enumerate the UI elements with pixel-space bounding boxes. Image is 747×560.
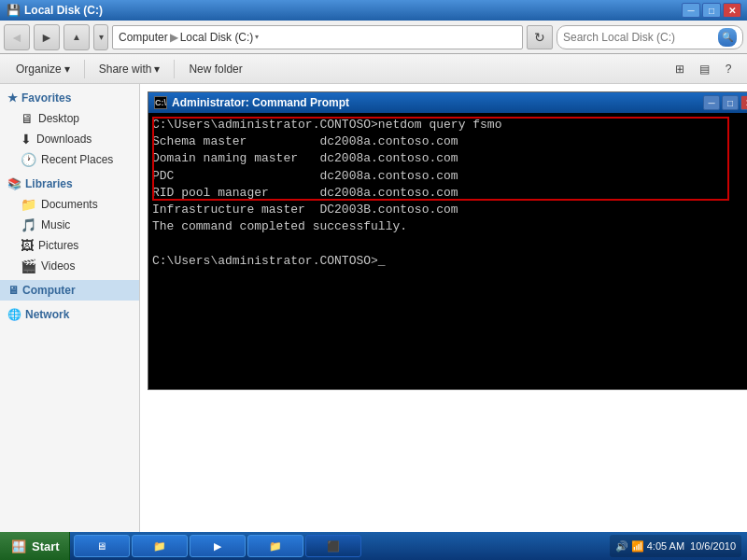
sidebar-item-recent[interactable]: 🕐 Recent Places bbox=[0, 149, 139, 170]
taskbar: 🪟 Start 🖥 📁 ▶ 📁 ⬛ 🔊 📶 4:05 AM 10/6/2010 bbox=[0, 532, 747, 560]
toolbar: Organize ▾ Share with ▾ New folder ⊞ ▤ ? bbox=[0, 54, 747, 84]
cmd-layout: C:\Users\administrator.CONTOSO>netdom qu… bbox=[148, 113, 747, 389]
taskbar-item-1[interactable]: 📁 bbox=[132, 535, 188, 557]
organize-button[interactable]: Organize ▾ bbox=[7, 58, 78, 80]
computer-icon: 🖥 bbox=[7, 284, 19, 297]
window-icon: 💾 bbox=[6, 3, 21, 18]
breadcrumb-sep1: ▶ bbox=[170, 31, 178, 44]
search-input[interactable] bbox=[563, 31, 714, 44]
cmd-content[interactable]: C:\Users\administrator.CONTOSO>netdom qu… bbox=[148, 113, 747, 389]
share-label: Share with bbox=[99, 63, 152, 76]
sidebar-item-videos[interactable]: 🎬 Videos bbox=[0, 256, 139, 276]
cmd-line-4: RID pool manager dc2008a.contoso.com bbox=[152, 185, 744, 202]
cmd-minimize-button[interactable]: ─ bbox=[703, 95, 720, 110]
taskbar-item-0[interactable]: 🖥 bbox=[74, 535, 130, 557]
cmd-controls: ─ □ ✕ bbox=[703, 95, 747, 110]
maximize-button[interactable]: □ bbox=[702, 3, 721, 18]
cmd-line-8: C:\Users\administrator.CONTOSO>_ bbox=[152, 253, 744, 270]
cmd-title-text: Administrator: Command Prompt bbox=[172, 96, 703, 109]
sidebar: ★ Favorites 🖥 Desktop ⬇ Downloads 🕐 Rece… bbox=[0, 84, 140, 532]
share-arrow: ▾ bbox=[154, 63, 160, 76]
cmd-title-icon: C:\ bbox=[154, 96, 167, 109]
recent-icon: 🕐 bbox=[21, 152, 36, 167]
network-icon: 🌐 bbox=[7, 308, 21, 321]
back-button[interactable]: ◄ bbox=[4, 24, 30, 50]
search-box: 🔍 bbox=[557, 25, 743, 49]
cmd-line-6: The command completed successfully. bbox=[152, 218, 744, 235]
sidebar-item-downloads[interactable]: ⬇ Downloads bbox=[0, 129, 139, 149]
clock-date: 10/6/2010 bbox=[690, 540, 736, 552]
favorites-header[interactable]: ★ Favorites bbox=[0, 88, 139, 108]
start-button[interactable]: 🪟 Start bbox=[0, 532, 70, 560]
pictures-label: Pictures bbox=[38, 239, 78, 252]
taskbar-item-4[interactable]: ⬛ bbox=[305, 535, 361, 557]
history-dropdown[interactable]: ▾ bbox=[93, 24, 108, 50]
toolbar-sep1 bbox=[84, 60, 85, 78]
breadcrumb[interactable]: Computer ▶ Local Disk (C:) ▾ bbox=[112, 25, 523, 49]
favorites-star: ★ bbox=[7, 91, 18, 105]
recent-label: Recent Places bbox=[41, 153, 113, 166]
tray-icons: 🔊 📶 bbox=[615, 540, 644, 553]
taskbar-items: 🖥 📁 ▶ 📁 ⬛ bbox=[70, 535, 604, 557]
minimize-button[interactable]: ─ bbox=[682, 3, 700, 18]
computer-header[interactable]: 🖥 Computer bbox=[0, 280, 139, 301]
network-header[interactable]: 🌐 Network bbox=[0, 304, 139, 325]
cmd-line-3: PDC dc2008a.contoso.com bbox=[152, 168, 744, 185]
layout-button[interactable]: ▤ bbox=[693, 58, 715, 80]
window-title-bar: 💾 Local Disk (C:) ─ □ ✕ bbox=[0, 0, 747, 21]
breadcrumb-dropdown[interactable]: ▾ bbox=[255, 33, 259, 41]
help-button[interactable]: ? bbox=[717, 58, 740, 80]
up-button[interactable]: ▲ bbox=[63, 24, 90, 50]
network-section: 🌐 Network bbox=[0, 304, 139, 325]
address-bar: ◄ ► ▲ ▾ Computer ▶ Local Disk (C:) ▾ ↻ 🔍 bbox=[0, 21, 747, 54]
forward-button[interactable]: ► bbox=[34, 24, 60, 50]
cmd-line-0: C:\Users\administrator.CONTOSO>netdom qu… bbox=[152, 117, 744, 133]
close-button[interactable]: ✕ bbox=[723, 3, 741, 18]
downloads-label: Downloads bbox=[36, 133, 92, 146]
favorites-section: ★ Favorites 🖥 Desktop ⬇ Downloads 🕐 Rece… bbox=[0, 88, 139, 170]
cmd-line-1: Schema master dc2008a.contoso.com bbox=[152, 133, 744, 150]
cmd-line-2: Domain naming master dc2008a.contoso.com bbox=[152, 150, 744, 167]
libraries-label: Libraries bbox=[25, 177, 73, 190]
window-title: Local Disk (C:) bbox=[24, 4, 682, 17]
main-area: ★ Favorites 🖥 Desktop ⬇ Downloads 🕐 Rece… bbox=[0, 84, 747, 532]
organize-arrow: ▾ bbox=[64, 63, 70, 76]
music-label: Music bbox=[41, 218, 70, 231]
start-label: Start bbox=[32, 539, 60, 553]
breadcrumb-computer[interactable]: Computer bbox=[119, 31, 168, 44]
sidebar-item-desktop[interactable]: 🖥 Desktop bbox=[0, 108, 139, 129]
toolbar-sep2 bbox=[174, 60, 175, 78]
view-toggle-button[interactable]: ⊞ bbox=[669, 58, 691, 80]
share-with-button[interactable]: Share with ▾ bbox=[91, 58, 169, 80]
new-folder-button[interactable]: New folder bbox=[180, 58, 250, 80]
pictures-icon: 🖼 bbox=[21, 238, 34, 253]
desktop-icon: 🖥 bbox=[21, 111, 34, 126]
window-controls: ─ □ ✕ bbox=[682, 3, 741, 18]
cmd-line-7 bbox=[152, 235, 744, 252]
refresh-button[interactable]: ↻ bbox=[527, 25, 553, 49]
taskbar-item-3[interactable]: 📁 bbox=[247, 535, 303, 557]
system-tray: 🔊 📶 4:05 AM 10/6/2010 bbox=[610, 535, 741, 557]
new-folder-label: New folder bbox=[189, 63, 242, 76]
organize-label: Organize bbox=[16, 63, 62, 76]
cmd-title-bar: C:\ Administrator: Command Prompt ─ □ ✕ bbox=[148, 92, 747, 113]
sidebar-item-pictures[interactable]: 🖼 Pictures bbox=[0, 235, 139, 256]
watermark: 51CTO.com bbox=[638, 505, 740, 525]
taskbar-item-2[interactable]: ▶ bbox=[190, 535, 246, 557]
breadcrumb-disk[interactable]: Local Disk (C:) bbox=[180, 31, 254, 44]
clock-time: 4:05 AM bbox=[647, 540, 684, 552]
libraries-header[interactable]: 📚 Libraries bbox=[0, 174, 139, 194]
videos-icon: 🎬 bbox=[21, 259, 36, 273]
documents-icon: 📁 bbox=[21, 197, 36, 212]
documents-label: Documents bbox=[41, 198, 98, 211]
sidebar-item-documents[interactable]: 📁 Documents bbox=[0, 194, 139, 215]
search-button[interactable]: 🔍 bbox=[718, 28, 737, 47]
cmd-maximize-button[interactable]: □ bbox=[722, 95, 739, 110]
music-icon: 🎵 bbox=[21, 217, 36, 232]
cmd-line-5: Infrastructure master DC2003B.contoso.co… bbox=[152, 202, 744, 218]
cmd-close-button[interactable]: ✕ bbox=[740, 95, 747, 110]
sidebar-item-music[interactable]: 🎵 Music bbox=[0, 215, 139, 235]
favorites-label: Favorites bbox=[21, 91, 71, 105]
cmd-window[interactable]: C:\ Administrator: Command Prompt ─ □ ✕ … bbox=[148, 91, 747, 390]
start-icon: 🪟 bbox=[9, 537, 28, 555]
